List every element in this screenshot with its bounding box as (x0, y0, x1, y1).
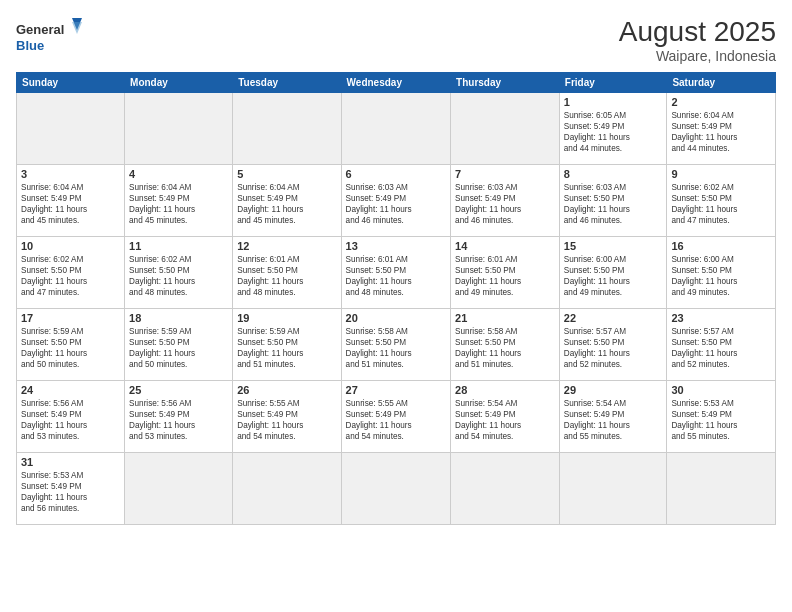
table-cell: 7Sunrise: 6:03 AMSunset: 5:49 PMDaylight… (451, 165, 560, 237)
table-cell: 25Sunrise: 5:56 AMSunset: 5:49 PMDayligh… (125, 381, 233, 453)
day-number: 3 (21, 168, 120, 180)
day-info: Sunrise: 6:04 AMSunset: 5:49 PMDaylight:… (21, 182, 120, 226)
day-info: Sunrise: 5:54 AMSunset: 5:49 PMDaylight:… (455, 398, 555, 442)
day-info: Sunrise: 5:58 AMSunset: 5:50 PMDaylight:… (455, 326, 555, 370)
day-info: Sunrise: 6:03 AMSunset: 5:49 PMDaylight:… (455, 182, 555, 226)
day-number: 26 (237, 384, 336, 396)
table-cell (17, 93, 125, 165)
table-cell: 5Sunrise: 6:04 AMSunset: 5:49 PMDaylight… (233, 165, 341, 237)
day-info: Sunrise: 5:57 AMSunset: 5:50 PMDaylight:… (564, 326, 663, 370)
logo-svg: General Blue (16, 16, 86, 56)
table-cell: 3Sunrise: 6:04 AMSunset: 5:49 PMDaylight… (17, 165, 125, 237)
table-cell: 15Sunrise: 6:00 AMSunset: 5:50 PMDayligh… (559, 237, 667, 309)
day-number: 19 (237, 312, 336, 324)
day-number: 31 (21, 456, 120, 468)
day-info: Sunrise: 6:04 AMSunset: 5:49 PMDaylight:… (237, 182, 336, 226)
day-info: Sunrise: 6:00 AMSunset: 5:50 PMDaylight:… (671, 254, 771, 298)
table-cell: 28Sunrise: 5:54 AMSunset: 5:49 PMDayligh… (451, 381, 560, 453)
day-info: Sunrise: 6:03 AMSunset: 5:49 PMDaylight:… (346, 182, 447, 226)
page: General Blue August 2025 Waipare, Indone… (0, 0, 792, 612)
table-cell: 6Sunrise: 6:03 AMSunset: 5:49 PMDaylight… (341, 165, 451, 237)
day-info: Sunrise: 6:01 AMSunset: 5:50 PMDaylight:… (346, 254, 447, 298)
day-info: Sunrise: 6:02 AMSunset: 5:50 PMDaylight:… (129, 254, 228, 298)
table-cell: 13Sunrise: 6:01 AMSunset: 5:50 PMDayligh… (341, 237, 451, 309)
table-cell (451, 93, 560, 165)
day-number: 22 (564, 312, 663, 324)
day-number: 2 (671, 96, 771, 108)
table-cell (233, 93, 341, 165)
day-number: 8 (564, 168, 663, 180)
day-number: 20 (346, 312, 447, 324)
month-year: August 2025 (619, 16, 776, 48)
calendar-header-row: Sunday Monday Tuesday Wednesday Thursday… (17, 73, 776, 93)
table-cell (451, 453, 560, 525)
day-number: 15 (564, 240, 663, 252)
table-cell: 21Sunrise: 5:58 AMSunset: 5:50 PMDayligh… (451, 309, 560, 381)
day-info: Sunrise: 5:56 AMSunset: 5:49 PMDaylight:… (129, 398, 228, 442)
table-cell (125, 93, 233, 165)
title-block: August 2025 Waipare, Indonesia (619, 16, 776, 64)
day-number: 13 (346, 240, 447, 252)
header: General Blue August 2025 Waipare, Indone… (16, 16, 776, 64)
table-cell: 24Sunrise: 5:56 AMSunset: 5:49 PMDayligh… (17, 381, 125, 453)
day-info: Sunrise: 5:53 AMSunset: 5:49 PMDaylight:… (671, 398, 771, 442)
day-number: 11 (129, 240, 228, 252)
col-sunday: Sunday (17, 73, 125, 93)
day-info: Sunrise: 6:02 AMSunset: 5:50 PMDaylight:… (671, 182, 771, 226)
table-cell: 26Sunrise: 5:55 AMSunset: 5:49 PMDayligh… (233, 381, 341, 453)
day-number: 17 (21, 312, 120, 324)
day-number: 28 (455, 384, 555, 396)
day-info: Sunrise: 6:00 AMSunset: 5:50 PMDaylight:… (564, 254, 663, 298)
table-cell: 17Sunrise: 5:59 AMSunset: 5:50 PMDayligh… (17, 309, 125, 381)
day-info: Sunrise: 6:05 AMSunset: 5:49 PMDaylight:… (564, 110, 663, 154)
day-info: Sunrise: 6:01 AMSunset: 5:50 PMDaylight:… (455, 254, 555, 298)
day-number: 30 (671, 384, 771, 396)
day-number: 5 (237, 168, 336, 180)
table-cell: 9Sunrise: 6:02 AMSunset: 5:50 PMDaylight… (667, 165, 776, 237)
day-number: 12 (237, 240, 336, 252)
day-info: Sunrise: 6:04 AMSunset: 5:49 PMDaylight:… (129, 182, 228, 226)
table-cell: 14Sunrise: 6:01 AMSunset: 5:50 PMDayligh… (451, 237, 560, 309)
day-info: Sunrise: 5:57 AMSunset: 5:50 PMDaylight:… (671, 326, 771, 370)
day-number: 25 (129, 384, 228, 396)
col-thursday: Thursday (451, 73, 560, 93)
day-number: 4 (129, 168, 228, 180)
col-friday: Friday (559, 73, 667, 93)
table-cell: 31Sunrise: 5:53 AMSunset: 5:49 PMDayligh… (17, 453, 125, 525)
day-number: 27 (346, 384, 447, 396)
col-wednesday: Wednesday (341, 73, 451, 93)
svg-text:General: General (16, 22, 64, 37)
table-cell: 29Sunrise: 5:54 AMSunset: 5:49 PMDayligh… (559, 381, 667, 453)
day-info: Sunrise: 5:58 AMSunset: 5:50 PMDaylight:… (346, 326, 447, 370)
day-info: Sunrise: 5:55 AMSunset: 5:49 PMDaylight:… (237, 398, 336, 442)
day-info: Sunrise: 6:04 AMSunset: 5:49 PMDaylight:… (671, 110, 771, 154)
table-cell (559, 453, 667, 525)
table-cell (341, 453, 451, 525)
table-cell: 4Sunrise: 6:04 AMSunset: 5:49 PMDaylight… (125, 165, 233, 237)
day-number: 21 (455, 312, 555, 324)
table-cell: 20Sunrise: 5:58 AMSunset: 5:50 PMDayligh… (341, 309, 451, 381)
day-info: Sunrise: 5:59 AMSunset: 5:50 PMDaylight:… (237, 326, 336, 370)
day-number: 1 (564, 96, 663, 108)
svg-text:Blue: Blue (16, 38, 44, 53)
table-cell (667, 453, 776, 525)
col-tuesday: Tuesday (233, 73, 341, 93)
calendar: Sunday Monday Tuesday Wednesday Thursday… (16, 72, 776, 525)
table-cell: 10Sunrise: 6:02 AMSunset: 5:50 PMDayligh… (17, 237, 125, 309)
day-number: 14 (455, 240, 555, 252)
day-number: 6 (346, 168, 447, 180)
col-saturday: Saturday (667, 73, 776, 93)
day-info: Sunrise: 5:55 AMSunset: 5:49 PMDaylight:… (346, 398, 447, 442)
table-cell: 18Sunrise: 5:59 AMSunset: 5:50 PMDayligh… (125, 309, 233, 381)
day-info: Sunrise: 6:02 AMSunset: 5:50 PMDaylight:… (21, 254, 120, 298)
day-info: Sunrise: 5:53 AMSunset: 5:49 PMDaylight:… (21, 470, 120, 514)
svg-marker-3 (72, 22, 82, 34)
table-cell: 30Sunrise: 5:53 AMSunset: 5:49 PMDayligh… (667, 381, 776, 453)
day-number: 16 (671, 240, 771, 252)
table-cell: 1Sunrise: 6:05 AMSunset: 5:49 PMDaylight… (559, 93, 667, 165)
day-number: 29 (564, 384, 663, 396)
day-info: Sunrise: 5:56 AMSunset: 5:49 PMDaylight:… (21, 398, 120, 442)
table-cell: 8Sunrise: 6:03 AMSunset: 5:50 PMDaylight… (559, 165, 667, 237)
day-info: Sunrise: 6:01 AMSunset: 5:50 PMDaylight:… (237, 254, 336, 298)
day-number: 23 (671, 312, 771, 324)
